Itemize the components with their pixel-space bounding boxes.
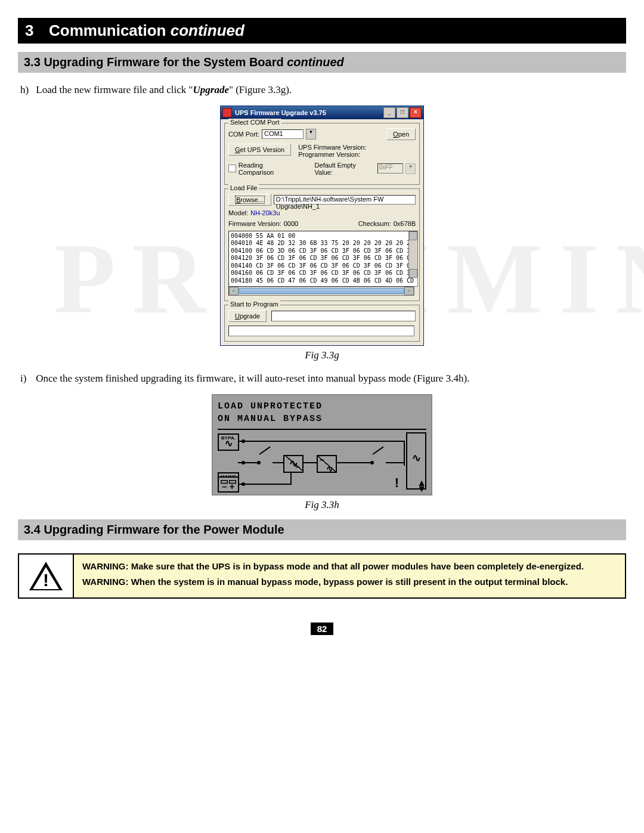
lcd-line-2: ON MANUAL BYPASS [218, 414, 426, 424]
app-icon [222, 108, 232, 117]
warning-icon-cell: ! [19, 555, 73, 598]
step-h-text: h) Load the new firmware file and click … [20, 83, 624, 97]
dialog-title: UPS Firmware Upgrade v3.75 [235, 109, 326, 116]
hex-horizontal-scrollbar[interactable]: <> [228, 286, 414, 296]
upgrade-button[interactable]: Upgrade [228, 310, 267, 322]
close-button[interactable]: × [410, 107, 422, 118]
checksum-value: 0x678B [394, 220, 416, 227]
section-3-4-header: 3.4 Upgrading Firmware for the Power Mod… [18, 519, 626, 540]
ups-fw-version-label: UPS Firmware Version: [298, 144, 366, 151]
maximize-button[interactable]: □ [397, 107, 408, 118]
inverter-icon: – ∿ [317, 455, 337, 473]
lcd-schematic: BYPA. MAINS ▭▭– + [218, 429, 426, 490]
hex-vertical-scrollbar[interactable] [408, 231, 417, 278]
chapter-number: 3 [25, 21, 36, 40]
dialog-titlebar: UPS Firmware Upgrade v3.75 _ □ × [221, 106, 423, 119]
checksum-label: Checksum: [358, 220, 391, 227]
warning-text: WARNING: Make sure that the UPS is in by… [73, 555, 625, 598]
com-port-select[interactable]: COM1 [262, 129, 304, 139]
bypass-source-icon: BYPA. [218, 433, 239, 451]
chapter-title: Communication continued [49, 21, 244, 40]
rectifier-icon [283, 455, 304, 473]
minimize-button[interactable]: _ [383, 107, 395, 118]
section-3-3-header: 3.3 Upgrading Firmware for the System Bo… [18, 52, 626, 73]
upgrade-progress-bar [271, 311, 416, 321]
model-label: Model: [228, 209, 248, 216]
com-port-label: COM Port: [228, 131, 259, 138]
battery-source-icon: ▭▭– + [218, 476, 239, 493]
figure-3-3h-caption: Fig 3.3h [18, 499, 626, 511]
up-down-arrows-icon: ▲▼ [417, 480, 428, 492]
com-port-dropdown-icon[interactable]: ▼ [306, 129, 316, 140]
figure-3-3g-caption: Fig 3.3g [18, 349, 626, 361]
open-button[interactable]: Open [386, 128, 416, 140]
fw-version-label: Firmware Version: [228, 220, 281, 227]
step-i-text: i) Once the system finished upgrading it… [20, 372, 624, 386]
reading-comparison-checkbox[interactable] [228, 165, 236, 172]
status-line [228, 326, 414, 336]
lcd-line-1: LOAD UNPROTECTED [218, 401, 426, 411]
file-path-field[interactable]: D:\TrippLite\NH-software\System FW Upgra… [274, 195, 416, 205]
model-value: NH-20k3u [250, 209, 280, 216]
programmer-version-label: Programmer Version: [298, 151, 360, 158]
default-empty-value-field: 0xFF [377, 163, 403, 174]
hex-dump-view[interactable]: 004000 55 AA 01 00 004010 4E 48 2D 32 30… [228, 231, 418, 287]
ups-lcd-display: LOAD UNPROTECTED ON MANUAL BYPASS BYPA. … [212, 394, 432, 496]
page-number: 82 [311, 623, 333, 635]
warning-panel: ! WARNING: Make sure that the UPS is in … [18, 553, 626, 599]
browse-button[interactable]: Browse... [228, 194, 271, 206]
warning-triangle-icon: ! [29, 562, 63, 590]
get-ups-version-button[interactable]: Get UPS Version [228, 144, 291, 156]
chapter-header: 3 Communication continued [18, 18, 626, 44]
start-to-program-group: Start to Program Upgrade [224, 305, 420, 342]
default-empty-dropdown-icon: ▼ [405, 163, 416, 174]
default-empty-value-label: Default Empty Value: [315, 162, 375, 176]
select-com-port-group: Select COM Port COM Port: COM1▼ Open Get… [224, 123, 420, 185]
ups-firmware-dialog: UPS Firmware Upgrade v3.75 _ □ × Select … [220, 106, 424, 346]
warning-exclaim-icon: ! [395, 475, 400, 491]
reading-comparison-label: Reading Comparison [239, 162, 299, 176]
load-file-group: Load File Browse... D:\TrippLite\NH-soft… [224, 188, 420, 301]
fw-version-value: 0000 [284, 220, 298, 227]
